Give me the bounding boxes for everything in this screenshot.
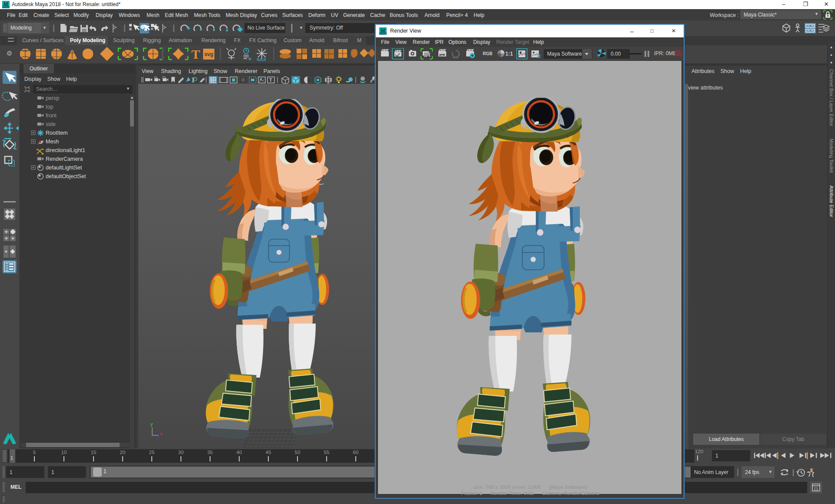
svg-text:0.00: 0.00 [611, 51, 621, 57]
svg-text:35: 35 [207, 450, 213, 455]
svg-text:Maya Software: Maya Software [547, 51, 582, 57]
svg-text:T: T [191, 47, 200, 61]
svg-text:directionalLight1: directionalLight1 [46, 147, 85, 153]
svg-text:defaultLightSet: defaultLightSet [46, 165, 82, 171]
svg-text:30: 30 [178, 450, 184, 455]
svg-text:s: s [427, 54, 429, 59]
svg-text:IPR: IPR [439, 53, 445, 57]
svg-text:x: x [160, 431, 163, 436]
svg-text:M: M [381, 28, 385, 34]
svg-text:45: 45 [266, 450, 271, 455]
svg-text:20: 20 [120, 450, 126, 455]
svg-text:55: 55 [324, 450, 330, 455]
svg-text:side: side [46, 121, 56, 127]
svg-text:M: M [4, 1, 8, 7]
svg-text:50: 50 [295, 450, 301, 455]
svg-text:z: z [157, 434, 160, 438]
svg-text:RGB: RGB [483, 51, 492, 56]
svg-text:svg: svg [204, 51, 214, 57]
svg-text:60: 60 [353, 450, 359, 455]
svg-text:front: front [46, 113, 57, 119]
svg-text:RootItem: RootItem [46, 130, 68, 136]
svg-text:IPR: IPR [453, 56, 459, 60]
svg-text:{;}: {;} [814, 487, 818, 491]
svg-text:1:1: 1:1 [505, 51, 513, 57]
svg-text:25: 25 [149, 450, 155, 455]
svg-text:15: 15 [91, 450, 97, 455]
svg-text:y: y [150, 421, 153, 427]
svg-text:RenderCamera: RenderCamera [46, 156, 83, 162]
svg-text:40: 40 [237, 450, 242, 455]
svg-text:Mesh: Mesh [46, 139, 59, 145]
svg-text:defaultObjectSet: defaultObjectSet [46, 173, 86, 179]
svg-text:persp: persp [46, 95, 59, 101]
svg-text:top: top [46, 104, 53, 110]
svg-text:T: T [269, 77, 272, 83]
svg-text:5: 5 [33, 450, 36, 455]
svg-text:0,0,0: 0,0,0 [257, 57, 266, 62]
svg-text:10: 10 [61, 450, 67, 455]
